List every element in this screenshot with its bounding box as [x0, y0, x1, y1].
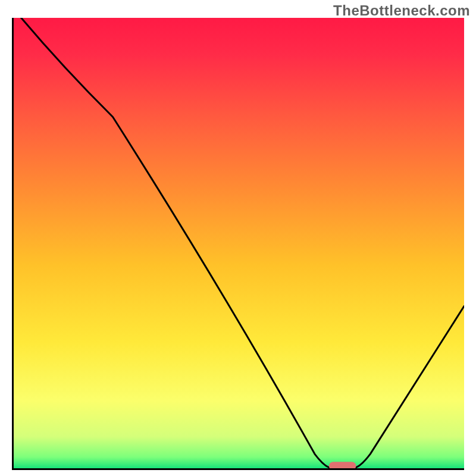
- svg-rect-1: [329, 462, 356, 468]
- optimal-marker: [14, 18, 464, 468]
- plot-area: [12, 18, 464, 470]
- watermark-text: TheBottleneck.com: [333, 2, 470, 19]
- chart-container: TheBottleneck.com: [0, 0, 476, 476]
